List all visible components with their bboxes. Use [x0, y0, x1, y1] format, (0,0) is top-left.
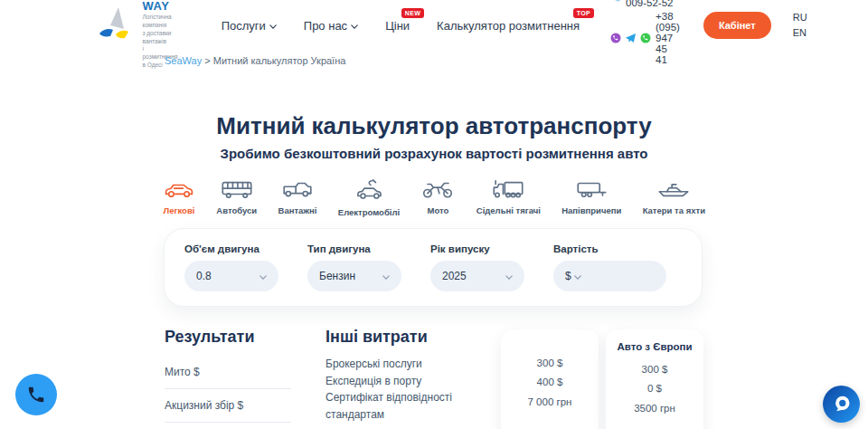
cost-input[interactable]: $: [553, 261, 666, 291]
chevron-down-icon: [382, 275, 390, 280]
card-value: 400 $: [508, 373, 591, 392]
cabinet-button[interactable]: Кабінет: [703, 12, 771, 39]
tab-electric-cars[interactable]: Електромобілі: [338, 178, 400, 217]
top-badge: TOP: [573, 8, 594, 18]
cost-cards: 300 $ 400 $ 7 000 грн Авто з Європи 300 …: [501, 328, 703, 429]
electric-car-icon: [352, 178, 386, 202]
card-value: 300 $: [613, 360, 696, 379]
header: SEA WAY Логістична компанія з доставки в…: [0, 0, 868, 51]
bus-icon: [220, 178, 254, 200]
truck-icon: [280, 178, 315, 200]
phone-icon: [26, 385, 46, 405]
cost-card-europe: Авто з Європи 300 $ 0 $ 3500 грн: [606, 329, 703, 429]
tab-boats-yachts[interactable]: Катери та яхти: [643, 178, 705, 217]
results-section: Результати Мито $ Акцизний збір $ Інші в…: [165, 328, 703, 429]
breadcrumb-current: Митний калькулятор Україна: [213, 55, 346, 66]
field-year: Рік випуску 2025: [430, 243, 524, 291]
tab-buses[interactable]: Автобуси: [216, 178, 257, 217]
chevron-down-icon: [505, 275, 513, 280]
vehicle-type-tabs: Легкові Автобуси Вантажні Електромобілі: [163, 178, 705, 217]
viber-icon[interactable]: [610, 33, 621, 43]
calculator-form-card: Об'єм двигуна 0.8 Тип двигуна Бензин Рік…: [164, 228, 703, 307]
chevron-down-icon: [269, 24, 277, 29]
field-cost: Вартість $: [553, 243, 666, 291]
currency-select[interactable]: $: [565, 270, 581, 282]
chevron-down-icon: [351, 24, 358, 29]
trailer-icon: [574, 178, 609, 200]
results-title: Результати: [165, 328, 293, 347]
chevron-down-icon: [259, 275, 267, 280]
card-value: 3500 грн: [613, 399, 696, 418]
phone-number-1[interactable]: +38 (067) 009-52-52: [626, 0, 680, 8]
main-nav: Послуги Про нас Ціни NEW Калькулятор роз…: [222, 19, 580, 33]
other-cost-item: Експедиція в порту: [326, 373, 486, 390]
card-title: Авто з Європи: [613, 341, 696, 354]
phone-number-2[interactable]: +38 (095) 947 45 41: [656, 11, 680, 65]
nav-item-about[interactable]: Про нас: [304, 19, 358, 33]
card-value: 7 000 грн: [508, 393, 591, 412]
breadcrumb-separator: >: [202, 55, 213, 66]
header-contacts: +38 (067) 009-52-52 +38 (095) 947 45 41: [610, 0, 680, 65]
result-row-excise: Акцизний збір $: [165, 389, 291, 423]
chevron-down-icon: [574, 275, 581, 280]
field-engine-volume: Об'єм двигуна 0.8: [184, 243, 278, 291]
field-engine-type: Тип двигуна Бензин: [307, 243, 401, 291]
card-value: 300 $: [508, 354, 591, 373]
semi-truck-icon: [491, 178, 525, 200]
page-title: Митний калькулятор автотранспорту: [0, 112, 868, 140]
whatsapp-icon[interactable]: [640, 33, 651, 43]
yacht-icon: [656, 178, 691, 200]
chat-widget-button[interactable]: [823, 386, 860, 423]
tab-motorcycles[interactable]: Мото: [420, 178, 455, 217]
page-subtitle: Зробимо безкоштовний розрахунок вартості…: [0, 146, 868, 161]
logo-title: SEA WAY: [143, 0, 170, 13]
chat-bubble-icon: [830, 393, 854, 416]
phone-icon: [610, 0, 621, 3]
year-select[interactable]: 2025: [430, 261, 524, 291]
lang-en[interactable]: EN: [793, 26, 807, 40]
nav-item-customs-calculator[interactable]: Калькулятор розмитнення TOP: [437, 19, 580, 33]
seaway-boat-logo-icon: [98, 5, 136, 45]
nav-item-services[interactable]: Послуги: [222, 19, 277, 33]
new-badge: NEW: [401, 8, 424, 18]
call-fab-button[interactable]: [15, 374, 57, 415]
engine-volume-select[interactable]: 0.8: [184, 261, 278, 291]
tab-semi-trucks[interactable]: Сідельні тягачі: [476, 178, 541, 217]
motorcycle-icon: [420, 178, 455, 200]
telegram-icon[interactable]: [625, 33, 637, 43]
other-cost-item: Сертифікат відповідності стандартам: [326, 389, 486, 423]
nav-item-prices[interactable]: Ціни NEW: [385, 19, 410, 33]
lang-ru[interactable]: RU: [793, 11, 807, 24]
language-switcher: RU EN: [793, 11, 807, 40]
cost-card-local: 300 $ 400 $ 7 000 грн: [501, 329, 599, 429]
breadcrumb-home-link[interactable]: SeaWay: [165, 55, 202, 66]
card-value: 0 $: [613, 379, 696, 398]
tab-cars[interactable]: Легкові: [163, 178, 195, 217]
other-costs-column: Інші витрати Брокерські послуги Експедиц…: [326, 328, 486, 429]
tab-semi-trailers[interactable]: Напівпричепи: [561, 178, 621, 217]
car-icon: [163, 178, 195, 200]
other-costs-title: Інші витрати: [326, 328, 486, 347]
other-cost-item: Брокерські послуги: [326, 356, 486, 373]
tab-trucks[interactable]: Вантажні: [278, 178, 317, 217]
breadcrumb: SeaWay > Митний калькулятор Україна: [165, 55, 345, 66]
results-column: Результати Мито $ Акцизний збір $: [165, 328, 293, 429]
engine-type-select[interactable]: Бензин: [307, 261, 401, 291]
result-row-duty: Мито $: [165, 356, 291, 389]
